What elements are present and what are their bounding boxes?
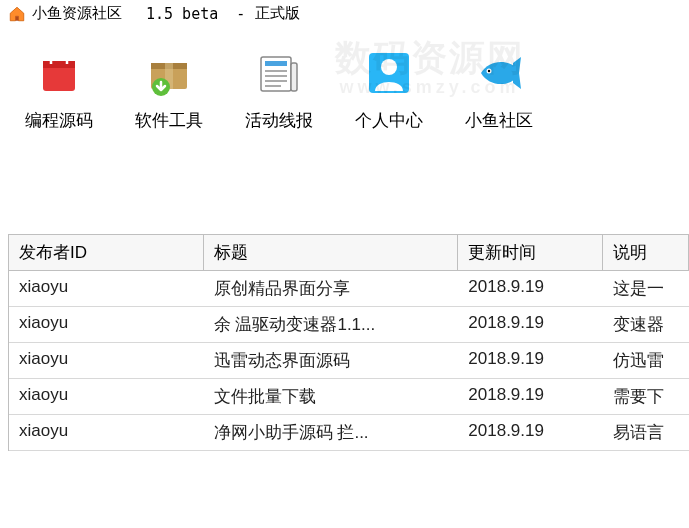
cell-publisher: xiaoyu — [9, 379, 204, 414]
user-icon — [361, 45, 417, 101]
table-row[interactable]: xiaoyu 余 温驱动变速器1.1... 2018.9.19 变速器 — [9, 307, 689, 343]
content-spacer — [0, 144, 689, 234]
cell-publisher: xiaoyu — [9, 307, 204, 342]
column-header-title[interactable]: 标题 — [204, 235, 459, 270]
toolbar-item-software-tools[interactable]: 软件工具 — [124, 45, 214, 132]
toolbar-item-activity-news[interactable]: 活动线报 — [234, 45, 324, 132]
cell-date: 2018.9.19 — [458, 415, 603, 450]
cell-desc: 易语言 — [603, 415, 689, 450]
table-row[interactable]: xiaoyu 迅雷动态界面源码 2018.9.19 仿迅雷 — [9, 343, 689, 379]
cell-publisher: xiaoyu — [9, 271, 204, 306]
toolbar-label: 活动线报 — [245, 109, 313, 132]
column-header-desc[interactable]: 说明 — [603, 235, 689, 270]
svg-rect-8 — [291, 63, 297, 91]
cell-title: 迅雷动态界面源码 — [204, 343, 459, 378]
toolbar-label: 编程源码 — [25, 109, 93, 132]
cell-publisher: xiaoyu — [9, 343, 204, 378]
main-toolbar: 编程源码 软件工具 活动线报 — [0, 27, 689, 144]
svg-point-17 — [488, 70, 490, 72]
resource-table: 发布者ID 标题 更新时间 说明 xiaoyu 原创精品界面分享 2018.9.… — [8, 234, 689, 451]
table-header: 发布者ID 标题 更新时间 说明 — [9, 235, 689, 271]
cell-date: 2018.9.19 — [458, 307, 603, 342]
package-download-icon — [141, 45, 197, 101]
app-name: 小鱼资源社区 — [32, 4, 122, 23]
home-icon — [8, 5, 26, 23]
cell-date: 2018.9.19 — [458, 379, 603, 414]
cell-desc: 变速器 — [603, 307, 689, 342]
cell-desc: 仿迅雷 — [603, 343, 689, 378]
cell-desc: 这是一 — [603, 271, 689, 306]
cell-title: 文件批量下载 — [204, 379, 459, 414]
cell-title: 原创精品界面分享 — [204, 271, 459, 306]
toolbar-label: 个人中心 — [355, 109, 423, 132]
cell-desc: 需要下 — [603, 379, 689, 414]
table-row[interactable]: xiaoyu 原创精品界面分享 2018.9.19 这是一 — [9, 271, 689, 307]
cell-title: 净网小助手源码 拦... — [204, 415, 459, 450]
svg-point-15 — [381, 59, 397, 75]
app-edition: 正式版 — [255, 4, 300, 23]
column-header-date[interactable]: 更新时间 — [458, 235, 603, 270]
newspaper-icon — [251, 45, 307, 101]
table-row[interactable]: xiaoyu 净网小助手源码 拦... 2018.9.19 易语言 — [9, 415, 689, 451]
toolbar-item-community[interactable]: 小鱼社区 — [454, 45, 544, 132]
shopping-bag-icon — [31, 45, 87, 101]
cell-title: 余 温驱动变速器1.1... — [204, 307, 459, 342]
toolbar-label: 小鱼社区 — [465, 109, 533, 132]
table-row[interactable]: xiaoyu 文件批量下载 2018.9.19 需要下 — [9, 379, 689, 415]
title-bar: 小鱼资源社区 1.5 beta - 正式版 — [0, 0, 689, 27]
title-separator: - — [236, 5, 245, 23]
cell-date: 2018.9.19 — [458, 271, 603, 306]
cell-date: 2018.9.19 — [458, 343, 603, 378]
svg-rect-0 — [16, 16, 19, 21]
column-header-publisher[interactable]: 发布者ID — [9, 235, 204, 270]
fish-icon — [471, 45, 527, 101]
app-version: 1.5 beta — [146, 5, 218, 23]
toolbar-item-source-code[interactable]: 编程源码 — [14, 45, 104, 132]
svg-rect-2 — [43, 61, 75, 68]
cell-publisher: xiaoyu — [9, 415, 204, 450]
svg-rect-9 — [265, 61, 287, 66]
toolbar-label: 软件工具 — [135, 109, 203, 132]
toolbar-item-user-center[interactable]: 个人中心 — [344, 45, 434, 132]
